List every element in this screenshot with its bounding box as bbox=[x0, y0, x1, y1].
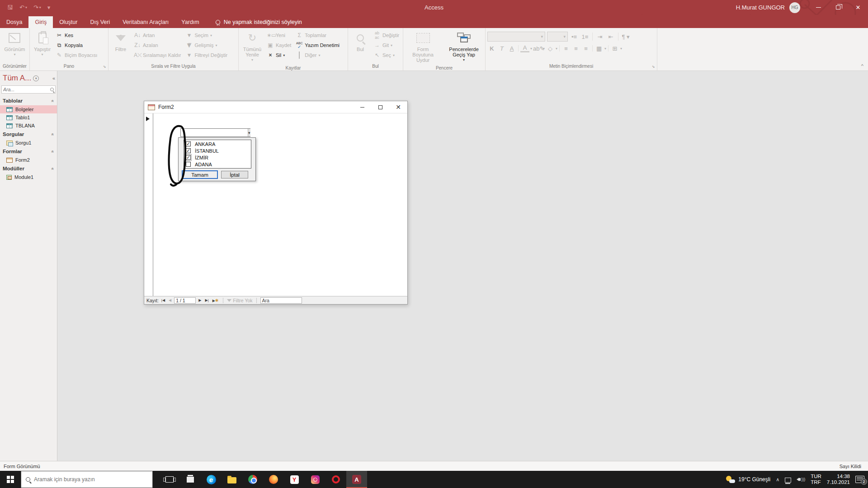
undo-icon[interactable]: ↶ ▾ bbox=[19, 4, 27, 11]
italic-button[interactable]: T bbox=[497, 45, 506, 52]
combobox-dropdown-icon[interactable]: ▾ bbox=[248, 129, 250, 136]
bullet-list-icon[interactable]: •≡ bbox=[570, 33, 579, 40]
list-item[interactable]: ANKARA bbox=[184, 141, 251, 147]
tab-dosya[interactable]: Dosya bbox=[0, 16, 28, 28]
gridlines-icon[interactable]: ▦ bbox=[594, 45, 604, 52]
customize-quick-access-icon[interactable]: ▾ bbox=[47, 4, 51, 11]
remove-sort-button[interactable]: A⤬Sıralamayı Kaldır bbox=[132, 50, 183, 60]
nav-search-input[interactable] bbox=[3, 87, 50, 92]
filter-status[interactable]: Filtre Yok bbox=[227, 298, 252, 303]
nav-item-module1[interactable]: Module1 bbox=[0, 173, 57, 181]
alternate-row-color-icon[interactable]: ⊞ bbox=[610, 45, 619, 52]
replace-button[interactable]: abacDeğiştir bbox=[372, 30, 401, 40]
city-combobox-input[interactable] bbox=[181, 129, 248, 136]
tab-veritabani-araclari[interactable]: Veritabanı Araçları bbox=[116, 16, 175, 28]
list-item[interactable]: ADANA bbox=[184, 161, 251, 168]
refresh-all-button[interactable]: ↻ Tümünü Yenile ▾ bbox=[241, 29, 264, 65]
record-position[interactable]: 1 / 1 bbox=[174, 297, 196, 304]
tab-yardim[interactable]: Yardım bbox=[175, 16, 205, 28]
switch-windows-button[interactable]: Pencerelerde Geçiş Yap ▾ bbox=[444, 29, 483, 65]
font-name-combobox[interactable]: ▾ bbox=[487, 32, 545, 42]
font-color-icon[interactable]: A bbox=[520, 44, 529, 52]
redo-icon[interactable]: ↷ ▾ bbox=[33, 4, 41, 11]
view-button[interactable]: Görünüm ▾ bbox=[2, 29, 28, 59]
highlight-color-icon[interactable]: ab✎ bbox=[533, 45, 542, 52]
checkbox-adana[interactable] bbox=[186, 162, 191, 167]
collapse-ribbon-icon[interactable]: ^ bbox=[861, 63, 863, 69]
nav-menu-icon[interactable]: ▾ bbox=[33, 75, 39, 81]
more-button[interactable]: Diğer▾ bbox=[294, 50, 341, 60]
spelling-button[interactable]: ABC✓Yazım Denetimi bbox=[294, 40, 341, 50]
minimize-button[interactable] bbox=[808, 0, 828, 15]
first-record-icon[interactable]: |◀ bbox=[160, 298, 166, 302]
clock[interactable]: 14:38 7.10.2021 bbox=[827, 474, 850, 485]
find-button[interactable]: Bul bbox=[350, 29, 371, 54]
file-explorer-button[interactable] bbox=[222, 471, 242, 488]
nav-section-modules[interactable]: Modüller« bbox=[0, 164, 57, 173]
nav-item-form2[interactable]: Form2 bbox=[0, 156, 57, 164]
filter-button[interactable]: Filtre bbox=[110, 29, 131, 54]
form-close-icon[interactable]: ✕ bbox=[389, 101, 407, 113]
cancel-button[interactable]: İptal bbox=[221, 171, 248, 178]
advanced-filter-button[interactable]: ▼⃛Gelişmiş▾ bbox=[184, 40, 229, 50]
tab-olustur[interactable]: Oluştur bbox=[53, 16, 84, 28]
fill-color-icon[interactable]: ◇ bbox=[546, 45, 555, 52]
text-direction-icon[interactable]: ¶ ▾ bbox=[621, 33, 630, 40]
nav-search-box[interactable] bbox=[1, 85, 56, 94]
save-icon[interactable]: 🖫 bbox=[7, 4, 13, 11]
opera-button[interactable] bbox=[326, 471, 346, 488]
size-to-fit-form-button[interactable]: Form Boyutuna Uydur bbox=[405, 29, 441, 65]
ok-button[interactable]: Tamam bbox=[182, 170, 218, 179]
form-window-titlebar[interactable]: Form2 ✕ bbox=[144, 101, 407, 113]
sort-descending-button[interactable]: Z↓Azalan bbox=[132, 40, 183, 50]
toggle-filter-button[interactable]: ▼Filtreyi Değiştir bbox=[184, 50, 229, 60]
speaker-icon[interactable]: ))) bbox=[797, 477, 805, 482]
paste-button[interactable]: Yapıştır ▾ bbox=[32, 29, 53, 59]
form-minimize-icon[interactable] bbox=[353, 101, 371, 113]
nav-item-tablo1[interactable]: Tablo1 bbox=[0, 113, 57, 122]
totals-button[interactable]: ΣToplamlar bbox=[294, 30, 341, 40]
align-left-icon[interactable]: ≡ bbox=[561, 45, 571, 52]
start-button[interactable] bbox=[0, 471, 21, 488]
taskbar-search-input[interactable] bbox=[34, 476, 138, 483]
form-maximize-icon[interactable] bbox=[371, 101, 389, 113]
edge-button[interactable]: e bbox=[201, 471, 222, 488]
user-name[interactable]: H.Murat GUNGOR bbox=[736, 4, 785, 11]
firefox-button[interactable] bbox=[263, 471, 284, 488]
nav-pane-title[interactable]: Tüm A... bbox=[3, 74, 31, 83]
numbered-list-icon[interactable]: 1≡ bbox=[580, 33, 590, 40]
select-button[interactable]: ↖Seç▾ bbox=[372, 50, 401, 60]
avatar[interactable]: HG bbox=[789, 2, 800, 13]
list-item[interactable]: İZMİR bbox=[184, 154, 251, 161]
nav-item-bolgeler[interactable]: Bolgeler bbox=[0, 105, 57, 113]
hidden-icons-chevron-icon[interactable]: ∧ bbox=[776, 477, 779, 483]
store-button[interactable] bbox=[180, 471, 201, 488]
previous-record-icon[interactable]: ◀ bbox=[168, 298, 172, 302]
goto-button[interactable]: →Git▾ bbox=[372, 40, 401, 50]
nav-item-sorgu1[interactable]: Sorgu1 bbox=[0, 139, 57, 147]
record-search-box[interactable]: Ara bbox=[260, 297, 302, 304]
delete-button[interactable]: ×Sil▾ bbox=[265, 50, 293, 60]
text-formatting-dialog-launcher-icon[interactable]: ⇘ bbox=[651, 64, 656, 70]
align-right-icon[interactable]: ≡ bbox=[581, 45, 590, 52]
access-taskbar-button[interactable]: A bbox=[346, 471, 367, 488]
tab-dis-veri[interactable]: Dış Veri bbox=[84, 16, 116, 28]
tab-giris[interactable]: Giriş bbox=[28, 16, 53, 28]
close-button[interactable]: ✕ bbox=[848, 0, 868, 15]
list-item[interactable]: İSTANBUL bbox=[184, 147, 251, 154]
checkbox-izmir[interactable] bbox=[186, 155, 191, 160]
next-record-icon[interactable]: ▶ bbox=[198, 298, 202, 302]
yandex-button[interactable]: Y bbox=[284, 471, 305, 488]
city-combobox[interactable]: ▾ bbox=[180, 128, 250, 137]
cut-button[interactable]: ✂Kes bbox=[54, 30, 99, 40]
save-record-button[interactable]: ▣Kaydet bbox=[265, 40, 293, 50]
nav-section-queries[interactable]: Sorgular« bbox=[0, 130, 57, 139]
nav-section-tables[interactable]: Tablolar« bbox=[0, 96, 57, 105]
checkbox-istanbul[interactable] bbox=[186, 148, 191, 153]
last-record-icon[interactable]: ▶| bbox=[204, 298, 209, 302]
restore-button[interactable] bbox=[828, 0, 848, 15]
selection-button[interactable]: ▼Seçim▾ bbox=[184, 30, 229, 40]
font-size-combobox[interactable]: ▾ bbox=[547, 32, 568, 42]
bold-button[interactable]: K bbox=[487, 45, 496, 52]
instagram-button[interactable] bbox=[305, 471, 326, 488]
